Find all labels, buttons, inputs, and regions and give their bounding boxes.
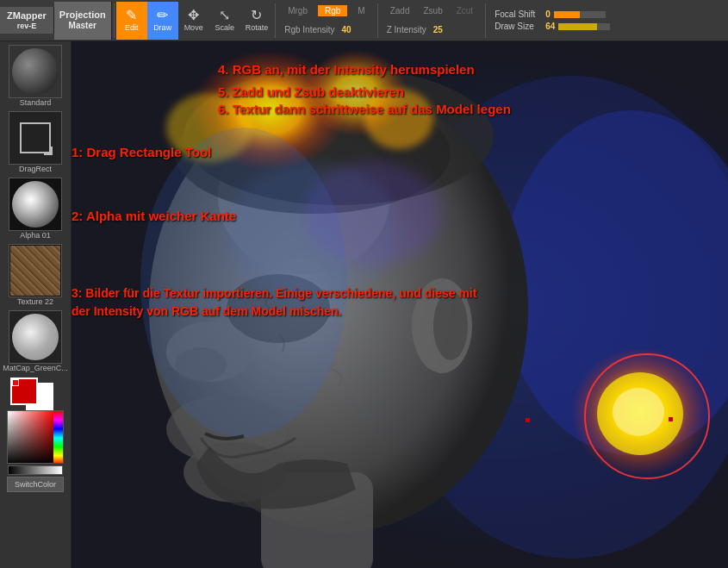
dragrect-label: DragRect xyxy=(19,165,52,174)
rgb-controls: Mrgb Rgb M Rgb Intensity 40 xyxy=(277,2,376,40)
texture-label: Texture 22 xyxy=(17,298,53,307)
annotation-textur: 6. Textur dann schrittweise auf das Mode… xyxy=(218,100,511,118)
projection-master-button[interactable]: Projection Master xyxy=(54,2,112,40)
annotation-bilder: 3: Bilder für die Textur importieren. Ei… xyxy=(72,284,476,321)
focal-shift-value[interactable]: 0 xyxy=(545,9,551,19)
scale-icon: ⤡ xyxy=(219,9,230,22)
rgb-button[interactable]: Rgb xyxy=(318,5,347,16)
draw-size-label: Draw Size xyxy=(495,22,542,31)
focal-shift-row: Focal Shift 0 xyxy=(495,9,610,19)
annotation-zadd: 5. Zadd und Zsub deaktivieren xyxy=(218,83,404,101)
slider-controls: Focal Shift 0 Draw Size 64 xyxy=(488,8,617,33)
z-intensity-value[interactable]: 25 xyxy=(433,25,443,34)
zsub-button[interactable]: Zsub xyxy=(420,5,445,16)
move-icon: ✥ xyxy=(188,9,199,22)
matcap-label: MatCap_GreenC... xyxy=(3,365,68,373)
saturation-value-area xyxy=(8,411,55,464)
m-button[interactable]: M xyxy=(354,5,368,16)
annotation-dragrect: 1: Drag Rectangle Tool xyxy=(72,143,211,161)
foreground-color-swatch[interactable] xyxy=(10,378,38,405)
switch-color-button[interactable]: SwitchColor xyxy=(7,477,64,492)
focal-shift-label: Focal Shift xyxy=(495,9,542,19)
alpha-swatch xyxy=(9,178,62,231)
color-gradient-picker[interactable] xyxy=(7,410,64,464)
divider2 xyxy=(275,3,276,38)
texture-swatch xyxy=(9,244,62,297)
rgb-intensity-row: Rgb Intensity 40 xyxy=(284,21,369,40)
alpha-slider[interactable] xyxy=(8,465,63,475)
texture-box-icon xyxy=(10,246,60,296)
color-picker[interactable]: SwitchColor xyxy=(3,376,68,492)
annotation-rgb: 4. RGB an, mit der Intensity herumspiele… xyxy=(218,60,475,78)
edit-button[interactable]: ✎ Edit xyxy=(116,2,147,40)
rgb-intensity-value[interactable]: 40 xyxy=(342,25,352,34)
color-swatches xyxy=(7,376,64,410)
draw-size-slider[interactable] xyxy=(558,23,610,30)
standard-label: Standard xyxy=(20,99,52,108)
rgb-intensity-label: Rgb Intensity xyxy=(284,25,334,34)
alpha-label: Alpha 01 xyxy=(20,232,51,240)
z-intensity-label: Z Intensity xyxy=(387,25,426,34)
sidebar: Standard DragRect Alpha 01 Texture 22 Ma… xyxy=(0,41,72,568)
svg-point-26 xyxy=(613,388,664,436)
matcap-sphere-icon xyxy=(12,314,59,360)
draw-size-row: Draw Size 64 xyxy=(495,22,610,31)
divider4 xyxy=(485,3,486,38)
svg-rect-29 xyxy=(669,417,673,421)
focal-shift-slider[interactable] xyxy=(554,11,606,18)
move-button[interactable]: ✥ Move xyxy=(178,2,209,40)
svg-rect-28 xyxy=(526,418,530,422)
draw-size-value[interactable]: 64 xyxy=(545,22,555,31)
zmapper-button[interactable]: ZMapper rev-E xyxy=(0,7,54,34)
z-buttons-row: Zadd Zsub Zcut xyxy=(387,2,476,21)
rgb-top-row: Mrgb Rgb M xyxy=(284,2,369,21)
canvas-background: 4. RGB an, mit der Intensity herumspiele… xyxy=(72,41,728,568)
dragrect-icon xyxy=(20,122,51,153)
zadd-button[interactable]: Zadd xyxy=(387,5,414,16)
alpha-material[interactable]: Alpha 01 xyxy=(3,178,68,240)
matcap-material[interactable]: MatCap_GreenC... xyxy=(3,310,68,373)
mrgb-button[interactable]: Mrgb xyxy=(284,5,311,16)
draw-icon: ✏ xyxy=(157,9,168,22)
standard-sphere-icon xyxy=(12,48,59,95)
rotate-icon: ↻ xyxy=(251,9,262,22)
svg-point-23 xyxy=(227,162,399,300)
divider3 xyxy=(377,3,378,38)
texture-material[interactable]: Texture 22 xyxy=(3,244,68,307)
edit-icon: ✎ xyxy=(126,9,137,22)
annotation-alpha: 2: Alpha mit weicher Kante xyxy=(72,207,236,225)
z-controls: Zadd Zsub Zcut Z Intensity 25 xyxy=(380,2,483,40)
standard-material[interactable]: Standard xyxy=(3,45,68,108)
dragrect-tool[interactable]: DragRect xyxy=(3,111,68,174)
z-intensity-row: Z Intensity 25 xyxy=(387,21,476,40)
dragrect-swatch xyxy=(9,111,62,165)
alpha-sphere-icon xyxy=(12,181,59,228)
matcap-swatch xyxy=(9,310,62,364)
scale-button[interactable]: ⤡ Scale xyxy=(209,2,240,40)
rotate-button[interactable]: ↻ Rotate xyxy=(240,2,274,40)
divider xyxy=(114,3,115,38)
hue-slider[interactable] xyxy=(53,411,63,464)
zcut-button[interactable]: Zcut xyxy=(453,5,476,16)
toolbar: ZMapper rev-E Projection Master ✎ Edit ✏… xyxy=(0,0,728,41)
standard-swatch xyxy=(9,45,62,98)
draw-button[interactable]: ✏ Draw xyxy=(147,2,178,40)
main-canvas: 4. RGB an, mit der Intensity herumspiele… xyxy=(72,41,728,568)
